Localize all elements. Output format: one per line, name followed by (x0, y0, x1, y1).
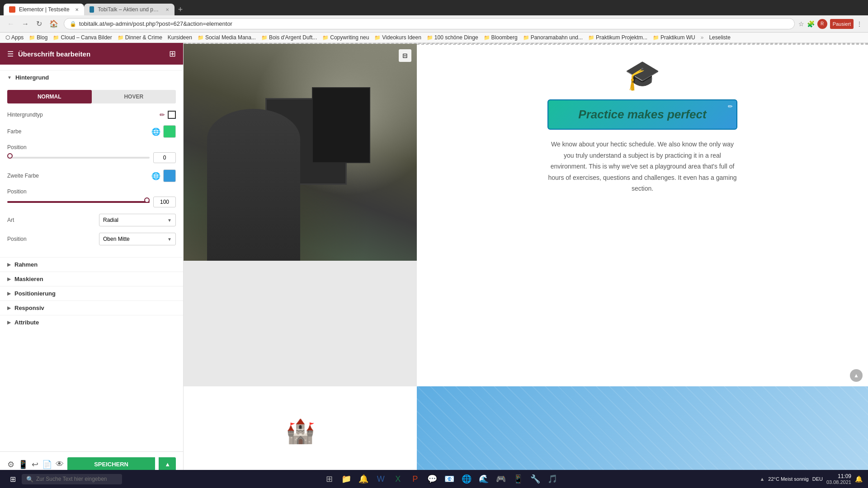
rect-icon[interactable] (168, 111, 176, 119)
bookmark-leseliste[interactable]: Leseliste (709, 34, 730, 41)
save-button[interactable]: SPEICHERN (67, 457, 155, 471)
taskbar-app-steam[interactable]: 🎮 (493, 471, 509, 487)
bookmark-dinner[interactable]: 📁 Dinner & Crime (118, 34, 162, 41)
farbe-row: Farbe 🌐 (7, 125, 176, 138)
taskbar-app-notifications[interactable]: 🔔 (355, 471, 372, 487)
taskbar-notifications-icon[interactable]: 🔔 (855, 475, 863, 483)
hintergrund-content: NORMAL HOVER Hintergrundtyp ✏ Farbe 🌐 (0, 84, 183, 257)
menu-button[interactable]: ⋮ (856, 19, 863, 29)
taskbar-app-files[interactable]: 📁 (338, 471, 354, 487)
dinner-folder-icon: 📁 (118, 35, 124, 41)
position1-value-input[interactable]: 0 (153, 152, 176, 163)
rahmen-section-header[interactable]: ▶ Rahmen (0, 257, 183, 272)
elementor-favicon (9, 6, 15, 13)
bookmark-social[interactable]: 📁 Social Media Mana... (198, 34, 256, 41)
bookmark-bois[interactable]: 📁 Bois d'Argent Duft... (261, 34, 317, 41)
tab-close-tobitalk[interactable]: ✕ (165, 7, 169, 12)
taskbar-app-phone[interactable]: 📱 (510, 471, 526, 487)
taskbar-clock: 11:09 03.08.2021 (826, 473, 851, 485)
responsive-icon[interactable]: 📱 (18, 460, 28, 469)
scroll-up-button[interactable]: ▲ (850, 369, 863, 382)
start-button[interactable]: ⊞ (5, 472, 20, 486)
hintergrundtyp-label: Hintergrundtyp (7, 112, 160, 118)
hintergrund-section-header[interactable]: ▼ Hintergrund (0, 70, 183, 84)
tab-tobitalk[interactable]: TobiTalk – Aktien und persönlich... ✕ (84, 4, 175, 15)
tab-elementor[interactable]: Elementor | Testseite ✕ (4, 4, 84, 15)
bookmark-100schone[interactable]: 📁 100 schöne Dinge (427, 34, 478, 41)
normal-tab-button[interactable]: NORMAL (7, 90, 92, 103)
heading-text: Practice makes perfect (561, 108, 724, 122)
taskbar: ⊞ 🔍 ⊞ 📁 🔔 W X P 💬 📧 🌐 🌊 🎮 📱 🔧 🎵 ▲ 22°C M… (0, 470, 868, 488)
hamburger-icon[interactable]: ☰ (7, 50, 14, 58)
address-bar-input[interactable]: 🔒 tobitalk.at/wp-admin/post.php?post=627… (64, 18, 795, 29)
position2-value-input[interactable]: 100 (153, 197, 176, 207)
globe-icon-farbe[interactable]: 🌐 (151, 127, 160, 136)
reload-button[interactable]: ↻ (34, 19, 44, 29)
heading-edit-icon[interactable]: ✏ (728, 103, 733, 110)
bookmark-apps[interactable]: ⬡ Apps (5, 34, 24, 41)
taskbar-app-unknown1[interactable]: 🔧 (527, 471, 543, 487)
hintergrund-chevron-icon: ▼ (7, 75, 12, 80)
settings-icon[interactable]: ⚙ (7, 460, 14, 469)
zweite-farbe-swatch[interactable] (163, 169, 176, 182)
bookmark-videokurs[interactable]: 📁 Videokurs Ideen (374, 34, 421, 41)
social-folder-icon: 📁 (198, 35, 204, 41)
bookmark-cloud[interactable]: 📁 Cloud – Canva Bilder (53, 34, 112, 41)
position-dropdown[interactable]: Oben Mitte ▼ (99, 233, 176, 245)
position2-slider-thumb[interactable] (144, 197, 150, 203)
bookmark-praktikum[interactable]: 📁 Praktikum Projektm... (588, 34, 647, 41)
maskieren-label: Maskieren (14, 276, 43, 282)
history-icon[interactable]: ↩ (32, 460, 38, 469)
office-photo-section: ⊟ (184, 44, 417, 261)
taskbar-expand-icon[interactable]: ▲ (760, 476, 764, 482)
heading-widget[interactable]: Practice makes perfect ✏ (547, 99, 737, 130)
sidebar-title: Überschrift bearbeiten (18, 50, 90, 58)
save-dropdown-button[interactable]: ▲ (159, 457, 176, 471)
position1-slider-thumb[interactable] (7, 153, 13, 159)
profile-button[interactable]: R (817, 19, 827, 29)
bookmark-blog[interactable]: 📁 Blog (29, 34, 47, 41)
taskbar-app-edge[interactable]: 🌊 (476, 471, 492, 487)
taskbar-search[interactable]: 🔍 (22, 474, 122, 484)
bookmark-bloomberg[interactable]: 📁 Bloomberg (484, 34, 518, 41)
pause-button[interactable]: Pausiert (830, 19, 854, 29)
attribute-section-header[interactable]: ▶ Attribute (0, 315, 183, 329)
hover-tab-button[interactable]: HOVER (92, 90, 176, 103)
grid-icon[interactable]: ⊞ (169, 49, 176, 59)
taskbar-app-word[interactable]: W (373, 471, 389, 487)
responsiv-section-header[interactable]: ▶ Responsiv (0, 300, 183, 315)
globe-icon-zweite[interactable]: 🌐 (151, 172, 160, 180)
tab-close-elementor[interactable]: ✕ (75, 7, 79, 12)
template-icon[interactable]: 📄 (42, 460, 52, 469)
taskbar-app-outlook[interactable]: 📧 (441, 471, 458, 487)
farbe-color-swatch[interactable] (163, 125, 176, 138)
position-dropdown-row: Position Oben Mitte ▼ (7, 233, 176, 245)
new-tab-button[interactable]: + (175, 5, 187, 14)
taskbar-app-spotify[interactable]: 🎵 (544, 471, 561, 487)
taskbar-app-excel[interactable]: X (390, 471, 406, 487)
positionierung-section-header[interactable]: ▶ Positionierung (0, 286, 183, 300)
taskbar-app-chrome[interactable]: 🌐 (458, 471, 475, 487)
bookmark-button[interactable]: ☆ (798, 19, 804, 29)
bookmark-kursideen[interactable]: Kursideen (168, 34, 192, 41)
maskieren-section-header[interactable]: ▶ Maskieren (0, 272, 183, 286)
extensions-button[interactable]: 🧩 (807, 19, 815, 29)
back-button[interactable]: ← (5, 19, 16, 29)
taskbar-search-input[interactable] (36, 476, 118, 482)
taskbar-app-taskview[interactable]: ⊞ (321, 471, 337, 487)
taskbar-app-powerpoint[interactable]: P (407, 471, 423, 487)
photo-widget-icon[interactable]: ⊟ (399, 49, 411, 62)
blue-section (417, 386, 868, 476)
taskbar-app-teams[interactable]: 💬 (424, 471, 440, 487)
art-dropdown[interactable]: Radial ▼ (99, 214, 176, 226)
bookmark-copywriting[interactable]: 📁 Copywriting neu (322, 34, 369, 41)
preview-icon[interactable]: 👁 (56, 460, 64, 469)
bookmark-panoramabahn[interactable]: 📁 Panoramabahn und... (523, 34, 583, 41)
pencil-icon[interactable]: ✏ (160, 111, 165, 118)
copywriting-folder-icon: 📁 (322, 35, 329, 41)
home-button[interactable]: 🏠 (47, 19, 60, 29)
forward-button[interactable]: → (20, 19, 31, 29)
preview-right-content: 🎓 Practice makes perfect ✏ We know about… (417, 44, 868, 386)
bloomberg-folder-icon: 📁 (484, 35, 490, 41)
bookmark-praktikumwu[interactable]: 📁 Praktikum WU (653, 34, 695, 41)
